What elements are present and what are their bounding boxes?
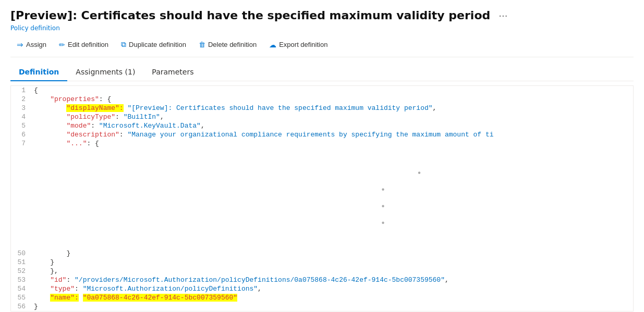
code-line-51: 51 } <box>11 258 633 267</box>
delete-icon: 🗑 <box>199 41 205 48</box>
line-number: 2 <box>11 95 32 104</box>
code-line-54: 54 "type": "Microsoft.Authorization/poli… <box>11 284 633 293</box>
line-content: } <box>32 302 633 311</box>
ellipsis-dots: •••• <box>32 148 633 249</box>
tab-assignments[interactable]: Assignments (1) <box>67 64 143 81</box>
code-line-55: 55 "name": "0a075868-4c26-42ef-914c-5bc0… <box>11 293 633 302</box>
code-line-1: 1 { <box>11 86 633 95</box>
code-line-4: 4 "policyType": "BuiltIn", <box>11 113 633 121</box>
assign-label: Assign <box>26 41 46 48</box>
json-key: "type" <box>50 285 75 293</box>
code-line-2: 2 "properties": { <box>11 95 633 104</box>
line-content: } <box>32 258 633 267</box>
breadcrumb: Policy definition <box>10 24 634 32</box>
json-key: "properties" <box>50 95 99 103</box>
duplicate-icon: ⧉ <box>121 40 126 49</box>
code-line-6: 6 "description": "Manage your organizati… <box>11 130 633 139</box>
line-content: } <box>32 249 633 258</box>
line-number: 50 <box>11 249 32 258</box>
line-number: 6 <box>11 130 32 139</box>
line-number: 7 <box>11 139 32 148</box>
code-table: 1 { 2 "properties": { 3 "displayName": "… <box>11 86 633 311</box>
json-value: "/providers/Microsoft.Authorization/poli… <box>75 276 445 284</box>
ellipsis-row: •••• <box>11 148 633 249</box>
json-key: "mode" <box>66 122 91 130</box>
json-value: "[Preview]: Certificates should have the… <box>127 104 432 112</box>
assign-button[interactable]: ⇒ Assign <box>10 37 53 53</box>
json-key: "description" <box>66 131 119 139</box>
json-value: "Microsoft.KeyVault.Data" <box>99 122 201 130</box>
line-content: "...": { <box>32 139 633 148</box>
line-number: 55 <box>11 293 32 302</box>
line-number <box>11 148 32 249</box>
line-content: "description": "Manage your organization… <box>32 130 633 139</box>
json-key: "policyType" <box>66 113 115 121</box>
json-key: "id" <box>50 276 66 284</box>
edit-label: Edit definition <box>68 41 108 48</box>
export-definition-button[interactable]: ☁ Export definition <box>263 38 334 52</box>
line-content: "name": "0a075868-4c26-42ef-914c-5bc0073… <box>32 293 633 302</box>
main-page: [Preview]: Certificates should have the … <box>0 0 644 312</box>
code-line-7: 7 "...": { <box>11 139 633 148</box>
duplicate-label: Duplicate definition <box>129 41 186 48</box>
code-line-53: 53 "id": "/providers/Microsoft.Authoriza… <box>11 276 633 284</box>
line-content: "policyType": "BuiltIn", <box>32 113 633 121</box>
duplicate-definition-button[interactable]: ⧉ Duplicate definition <box>115 37 192 52</box>
page-title: [Preview]: Certificates should have the … <box>10 8 490 23</box>
code-line-3: 3 "displayName": "[Preview]: Certificate… <box>11 104 633 113</box>
line-number: 52 <box>11 267 32 276</box>
line-number: 56 <box>11 302 32 311</box>
tab-parameters[interactable]: Parameters <box>143 64 202 81</box>
edit-definition-button[interactable]: ✏ Edit definition <box>53 38 115 52</box>
json-value: "Manage your organizational compliance r… <box>127 131 493 139</box>
delete-label: Delete definition <box>208 41 257 48</box>
line-content: { <box>32 86 633 95</box>
json-value: "BuiltIn" <box>124 113 160 121</box>
highlighted-key: "name": <box>50 294 79 302</box>
highlighted-key: "displayName": <box>66 104 123 112</box>
line-content: "properties": { <box>32 95 633 104</box>
line-content: "mode": "Microsoft.KeyVault.Data", <box>32 121 633 130</box>
json-key: "..." <box>66 140 87 147</box>
export-icon: ☁ <box>269 41 276 49</box>
line-content: "id": "/providers/Microsoft.Authorizatio… <box>32 276 633 284</box>
code-panel: 1 { 2 "properties": { 3 "displayName": "… <box>10 85 634 311</box>
line-number: 1 <box>11 86 32 95</box>
line-content: "type": "Microsoft.Authorization/policyD… <box>32 284 633 293</box>
tab-definition[interactable]: Definition <box>10 64 67 81</box>
line-number: 5 <box>11 121 32 130</box>
line-number: 54 <box>11 284 32 293</box>
line-content: }, <box>32 267 633 276</box>
more-options-icon[interactable]: ··· <box>495 9 511 22</box>
export-label: Export definition <box>279 41 327 48</box>
tabs-bar: Definition Assignments (1) Parameters <box>10 64 634 81</box>
toolbar: ⇒ Assign ✏ Edit definition ⧉ Duplicate d… <box>10 37 634 57</box>
delete-definition-button[interactable]: 🗑 Delete definition <box>192 38 263 52</box>
line-number: 4 <box>11 113 32 121</box>
code-line-52: 52 }, <box>11 267 633 276</box>
line-number: 51 <box>11 258 32 267</box>
highlighted-value: "0a075868-4c26-42ef-914c-5bc007359560" <box>83 294 237 302</box>
edit-icon: ✏ <box>59 41 65 49</box>
json-value: "Microsoft.Authorization/policyDefinitio… <box>83 285 258 293</box>
line-number: 3 <box>11 104 32 113</box>
code-line-56: 56 } <box>11 302 633 311</box>
line-content: "displayName": "[Preview]: Certificates … <box>32 104 633 113</box>
code-line-50: 50 } <box>11 249 633 258</box>
code-line-5: 5 "mode": "Microsoft.KeyVault.Data", <box>11 121 633 130</box>
assign-icon: ⇒ <box>17 40 23 49</box>
title-row: [Preview]: Certificates should have the … <box>10 8 634 23</box>
line-number: 53 <box>11 276 32 284</box>
